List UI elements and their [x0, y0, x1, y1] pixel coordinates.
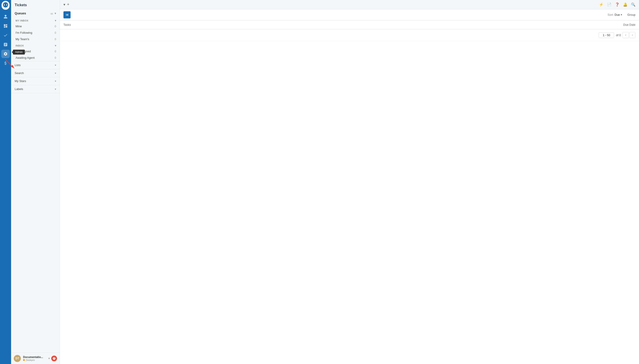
- my-teams-label: My Team's: [16, 38, 53, 41]
- search-chevron: ▾: [55, 72, 56, 75]
- pagination-range-input[interactable]: [599, 32, 614, 38]
- queues-header[interactable]: Queues ⚌ ▾: [11, 9, 60, 17]
- mine-count: 0: [53, 25, 56, 28]
- top-bar-actions: ⚡ 📄 ❓ 🔔 🔍: [599, 2, 635, 7]
- search-header[interactable]: Search ▾: [11, 69, 60, 77]
- my-stars-header[interactable]: My Stars ▾: [11, 77, 60, 85]
- lists-header[interactable]: Lists ▾: [11, 61, 60, 69]
- pagination-next-button[interactable]: ›: [629, 32, 635, 38]
- user-info: Documentatio... Deskpro: [23, 356, 46, 361]
- user-avatar: DT: [14, 355, 21, 362]
- queues-section: Queues ⚌ ▾ MY INBOX ▾ Mine 0 I'm Followi…: [11, 9, 60, 61]
- group-button[interactable]: Group: [627, 13, 635, 16]
- queues-title: Queues: [15, 12, 50, 15]
- inbox-title: INBOX: [16, 44, 24, 47]
- lists-label: Lists: [15, 64, 21, 67]
- app-nav: Admin: [0, 0, 11, 364]
- empty-content-area: [60, 41, 639, 364]
- labels-header[interactable]: Labels ▾: [11, 85, 60, 93]
- user-name: Documentatio...: [23, 356, 46, 359]
- sidebar-item-awaiting-agent[interactable]: Awaiting Agent 0: [11, 54, 60, 61]
- sort-label: Sort:: [608, 13, 614, 16]
- labels-chevron: ▾: [55, 88, 56, 91]
- nav-billing-icon[interactable]: [1, 59, 10, 68]
- labels-label: Labels: [15, 87, 23, 91]
- unassigned-label: Unassigned: [16, 50, 53, 53]
- sort-chevron: ▾: [621, 13, 622, 16]
- my-inbox-section: MY INBOX ▾ Mine 0 I'm Following 0 My Tea…: [11, 17, 60, 42]
- document-icon[interactable]: 📄: [607, 2, 611, 7]
- main-content: ▾ + ⚡ 📄 ❓ 🔔 🔍 Sort: Due ▾ Group: [60, 0, 639, 364]
- my-inbox-title: MY INBOX: [16, 19, 29, 22]
- labels-section: Labels ▾: [11, 85, 60, 93]
- mine-label: Mine: [16, 24, 53, 28]
- search-icon[interactable]: 🔍: [631, 2, 635, 7]
- breadcrumb-add-icon[interactable]: +: [67, 2, 70, 7]
- pagination-prev-button[interactable]: ‹: [622, 32, 629, 38]
- sidebar-item-following[interactable]: I'm Following 0: [11, 30, 60, 36]
- lightning-icon[interactable]: ⚡: [599, 2, 603, 7]
- queues-columns-icon[interactable]: ⚌: [50, 12, 53, 15]
- toolbar: Sort: Due ▾ Group: [60, 9, 639, 20]
- nav-tickets-icon[interactable]: [1, 31, 10, 40]
- inbox-header[interactable]: INBOX ▾: [11, 42, 60, 48]
- breadcrumb-back-icon[interactable]: ▾: [64, 2, 65, 7]
- my-teams-count: 0: [53, 38, 56, 41]
- tasks-column-header: Tasks: [64, 23, 623, 26]
- user-status: Deskpro: [23, 359, 46, 361]
- sidebar-item-unassigned[interactable]: Unassigned 0: [11, 48, 60, 54]
- awaiting-agent-label: Awaiting Agent: [16, 56, 53, 60]
- user-company: Deskpro: [26, 359, 35, 361]
- queues-chevron-icon[interactable]: ▾: [55, 12, 56, 15]
- nav-reports-icon[interactable]: [1, 40, 10, 49]
- my-stars-chevron: ▾: [55, 80, 56, 83]
- nav-dashboard-icon[interactable]: [1, 22, 10, 30]
- inbox-section: INBOX ▾ Unassigned 0 Awaiting Agent 0: [11, 42, 60, 61]
- sort-control[interactable]: Sort: Due ▾: [608, 13, 622, 16]
- sidebar-title: Tickets: [11, 0, 60, 9]
- bottom-user-bar: DT Documentatio... Deskpro ▾: [11, 352, 60, 364]
- bell-icon[interactable]: 🔔: [623, 2, 627, 7]
- pagination-bar: of 0 ‹ ›: [60, 29, 639, 41]
- svg-point-0: [3, 2, 8, 7]
- queues-actions: ⚌ ▾: [50, 12, 56, 15]
- following-label: I'm Following: [16, 31, 53, 34]
- pagination-nav: ‹ ›: [622, 32, 635, 38]
- user-actions: ▾: [48, 356, 57, 361]
- following-count: 0: [53, 31, 56, 34]
- help-icon[interactable]: ❓: [615, 2, 619, 7]
- lists-section: Lists ▾: [11, 61, 60, 69]
- sort-value: Due: [614, 13, 620, 16]
- user-status-toggle[interactable]: [51, 356, 57, 361]
- status-dot: [23, 359, 25, 361]
- unassigned-count: 0: [53, 50, 56, 53]
- top-bar-nav: ▾ +: [64, 2, 70, 7]
- nav-admin-icon[interactable]: Admin: [1, 50, 10, 58]
- lists-chevron: ▾: [55, 64, 56, 67]
- my-stars-label: My Stars: [15, 79, 26, 83]
- sidebar: Tickets Queues ⚌ ▾ MY INBOX ▾ Mine 0: [11, 0, 60, 364]
- search-label: Search: [15, 72, 24, 75]
- search-section: Search ▾: [11, 69, 60, 77]
- sidebar-item-my-teams[interactable]: My Team's 0: [11, 36, 60, 42]
- inbox-chevron: ▾: [55, 44, 56, 47]
- due-date-column-header: Due Date: [623, 23, 635, 26]
- list-view-button[interactable]: [64, 11, 71, 18]
- user-dropdown-icon[interactable]: ▾: [48, 357, 50, 360]
- my-inbox-chevron: ▾: [55, 19, 56, 22]
- content-header: Tasks Due Date: [60, 20, 639, 29]
- app-logo[interactable]: [2, 2, 10, 10]
- my-stars-section: My Stars ▾: [11, 77, 60, 85]
- pagination-of: of 0: [616, 34, 621, 37]
- nav-contacts-icon[interactable]: [1, 12, 10, 21]
- top-bar: ▾ + ⚡ 📄 ❓ 🔔 🔍: [60, 0, 639, 9]
- sidebar-item-mine[interactable]: Mine 0: [11, 23, 60, 30]
- my-inbox-header[interactable]: MY INBOX ▾: [11, 17, 60, 23]
- awaiting-agent-count: 0: [53, 56, 56, 60]
